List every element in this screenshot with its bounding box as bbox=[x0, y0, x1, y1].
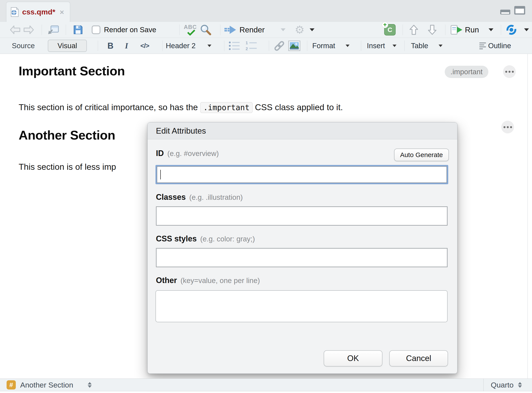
ellipsis-icon bbox=[508, 71, 511, 73]
section2-heading[interactable]: Another Section bbox=[19, 128, 115, 142]
publish-button[interactable] bbox=[506, 24, 517, 35]
heading-select[interactable]: Header 2 bbox=[166, 42, 196, 50]
previous-chunk-button[interactable] bbox=[409, 24, 418, 35]
popout-button[interactable] bbox=[47, 25, 59, 35]
bold-button[interactable]: B bbox=[107, 41, 113, 51]
source-mode-toggle[interactable]: Source bbox=[12, 42, 35, 50]
render-on-save-checkbox[interactable] bbox=[92, 25, 100, 34]
ellipsis-icon bbox=[503, 126, 506, 128]
publish-dropdown[interactable] bbox=[524, 29, 529, 31]
tab-close-icon[interactable]: × bbox=[60, 8, 64, 16]
chevron-down-icon bbox=[392, 45, 396, 47]
insert-chunk-button[interactable]: C+ bbox=[384, 24, 396, 35]
run-icon bbox=[450, 25, 463, 35]
save-icon bbox=[73, 25, 83, 35]
css-styles-input[interactable] bbox=[156, 248, 447, 267]
classes-input[interactable] bbox=[156, 206, 447, 226]
find-replace-button[interactable] bbox=[200, 24, 211, 35]
maximize-icon[interactable] bbox=[514, 6, 525, 15]
table-menu[interactable]: Table bbox=[411, 42, 428, 50]
ok-button[interactable]: OK bbox=[324, 350, 382, 367]
link-button[interactable] bbox=[273, 40, 285, 52]
separator bbox=[42, 25, 42, 35]
format-selector-arrows-icon[interactable] bbox=[518, 382, 522, 388]
settings-button[interactable]: ⚙ bbox=[295, 24, 305, 35]
separator bbox=[224, 40, 224, 51]
section2-paragraph[interactable]: This section is of less imp bbox=[19, 162, 116, 172]
section1-heading[interactable]: Important Section bbox=[19, 64, 125, 78]
minimize-icon[interactable] bbox=[500, 9, 511, 15]
section-navigator[interactable]: Another Section bbox=[20, 379, 73, 391]
other-textarea[interactable] bbox=[156, 290, 447, 322]
numbered-list-icon: 12 bbox=[246, 41, 257, 51]
heading-select-caret[interactable] bbox=[207, 45, 211, 47]
insert-menu[interactable]: Insert bbox=[367, 42, 385, 50]
auto-generate-label: Auto Generate bbox=[400, 151, 443, 159]
separator bbox=[162, 40, 162, 51]
separator bbox=[403, 25, 403, 35]
code-icon: </> bbox=[140, 42, 149, 49]
dialog-title: Edit Attributes bbox=[156, 123, 206, 139]
spellcheck-button[interactable]: ABC bbox=[184, 24, 198, 36]
attribute-badge[interactable]: .important bbox=[445, 66, 488, 78]
section1-options-button[interactable] bbox=[503, 65, 516, 78]
separator bbox=[307, 40, 307, 51]
back-button[interactable] bbox=[10, 25, 21, 34]
next-chunk-button[interactable] bbox=[428, 24, 437, 35]
outline-toggle[interactable]: Outline bbox=[479, 42, 511, 50]
section1-paragraph[interactable]: This section is of critical importance, … bbox=[19, 103, 343, 112]
numbered-list-button[interactable]: 12 bbox=[246, 41, 257, 51]
table-menu-caret[interactable] bbox=[439, 45, 442, 47]
main-toolbar: Render on Save ABC Render ⚙ C+ Run bbox=[0, 22, 532, 38]
link-icon bbox=[273, 40, 285, 52]
paragraph-text: This section is of critical importance, … bbox=[19, 103, 200, 112]
visual-mode-toggle[interactable]: Visual bbox=[48, 40, 87, 52]
ellipsis-icon bbox=[507, 126, 509, 128]
bold-icon: B bbox=[107, 41, 113, 51]
tab-title: css.qmd* bbox=[22, 8, 55, 16]
format-menu[interactable]: Format bbox=[312, 42, 335, 50]
code-button[interactable]: </> bbox=[140, 42, 149, 49]
svg-text:1: 1 bbox=[246, 41, 248, 45]
publish-icon bbox=[506, 24, 517, 35]
ellipsis-icon bbox=[512, 71, 514, 73]
settings-dropdown[interactable] bbox=[310, 29, 315, 31]
css-styles-field-label: CSS styles (e.g. color: gray;) bbox=[156, 234, 255, 243]
run-button[interactable]: Run bbox=[450, 25, 479, 35]
separator bbox=[179, 25, 180, 35]
render-button[interactable]: Render bbox=[224, 25, 265, 35]
save-button[interactable] bbox=[73, 25, 83, 35]
cancel-button[interactable]: Cancel bbox=[389, 350, 448, 367]
separator bbox=[445, 25, 445, 35]
image-button[interactable] bbox=[288, 40, 301, 51]
chevron-down-icon bbox=[524, 29, 529, 31]
format-menu-caret[interactable] bbox=[346, 45, 350, 47]
scroll-gutter bbox=[527, 54, 528, 378]
document-format-selector[interactable]: Quarto bbox=[491, 379, 514, 391]
italic-button[interactable]: I bbox=[125, 41, 128, 50]
render-options-dropdown[interactable] bbox=[281, 29, 286, 31]
chevron-down-icon bbox=[489, 29, 493, 31]
chevron-down-icon bbox=[346, 45, 350, 47]
forward-button[interactable] bbox=[23, 25, 34, 34]
auto-generate-button[interactable]: Auto Generate bbox=[394, 148, 449, 161]
bullet-list-button[interactable] bbox=[229, 41, 240, 51]
id-input[interactable] bbox=[157, 166, 447, 183]
ellipsis-icon bbox=[505, 71, 507, 73]
run-options-dropdown[interactable] bbox=[489, 29, 493, 31]
image-icon bbox=[288, 40, 301, 51]
separator bbox=[98, 40, 98, 51]
visual-mode-label: Visual bbox=[57, 42, 77, 50]
insert-menu-caret[interactable] bbox=[392, 45, 396, 47]
dialog-header[interactable]: Edit Attributes bbox=[148, 123, 457, 139]
heading-hash-icon: # bbox=[7, 380, 16, 389]
spellcheck-abc-icon: ABC bbox=[184, 24, 198, 36]
svg-text:2: 2 bbox=[246, 46, 248, 51]
section2-options-button[interactable] bbox=[501, 121, 514, 133]
section-navigator-arrows-icon[interactable] bbox=[88, 382, 92, 388]
outline-icon bbox=[479, 43, 486, 49]
forward-arrow-icon bbox=[23, 25, 34, 34]
paragraph-text: CSS class applied to it. bbox=[253, 103, 343, 112]
tab-css-qmd[interactable]: css.qmd* × bbox=[6, 2, 70, 22]
chevron-down-icon bbox=[310, 29, 315, 31]
